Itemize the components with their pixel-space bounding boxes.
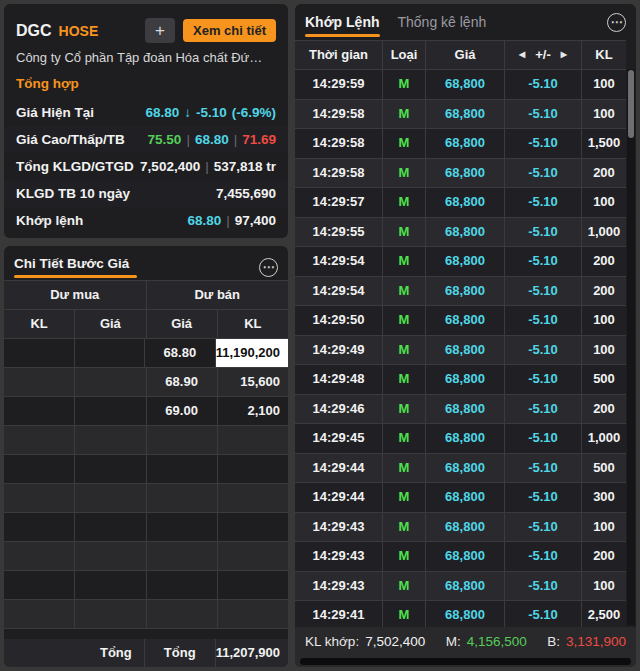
sell-price-cell[interactable] bbox=[147, 484, 217, 512]
stock-symbol: DGC bbox=[16, 22, 52, 40]
buy-side-header: Dư mua bbox=[4, 281, 146, 309]
buy-price-cell[interactable] bbox=[75, 542, 145, 570]
sell-volume-cell[interactable] bbox=[218, 455, 288, 483]
trade-change: -5.10 bbox=[505, 572, 581, 601]
vertical-scrollbar[interactable] bbox=[628, 70, 634, 138]
trade-change: -5.10 bbox=[505, 129, 581, 158]
trade-row[interactable]: 14:29:48 M 68,800 -5.10 500 bbox=[295, 365, 626, 395]
sell-price-cell[interactable]: 69.00 bbox=[147, 397, 217, 425]
trade-row[interactable]: 14:29:44 M 68,800 -5.10 500 bbox=[295, 454, 626, 484]
trade-type: M bbox=[383, 188, 425, 217]
sell-volume-cell[interactable]: 11,190,200 bbox=[216, 339, 288, 367]
trade-row[interactable]: 14:29:45 M 68,800 -5.10 1,000 bbox=[295, 424, 626, 454]
trade-row[interactable]: 14:29:43 M 68,800 -5.10 200 bbox=[295, 542, 626, 572]
trade-type: M bbox=[383, 336, 425, 365]
trade-row[interactable]: 14:29:49 M 68,800 -5.10 100 bbox=[295, 336, 626, 366]
trade-time: 14:29:48 bbox=[295, 365, 382, 394]
sell-volume-cell[interactable] bbox=[218, 542, 288, 570]
trade-change: -5.10 bbox=[505, 70, 581, 99]
plus-icon: + bbox=[155, 21, 165, 40]
sell-price-cell[interactable]: 68.80 bbox=[145, 339, 215, 367]
buy-volume-cell[interactable] bbox=[4, 368, 74, 396]
trade-row[interactable]: 14:29:58 M 68,800 -5.10 1,500 bbox=[295, 129, 626, 159]
trade-row[interactable]: 14:29:58 M 68,800 -5.10 200 bbox=[295, 159, 626, 189]
buy-price-cell[interactable] bbox=[75, 484, 145, 512]
trade-row[interactable]: 14:29:54 M 68,800 -5.10 200 bbox=[295, 247, 626, 277]
buy-price-cell[interactable] bbox=[75, 571, 145, 599]
right-column: Khớp Lệnh Thống kê lệnh ⋯ Thời gian Loại… bbox=[295, 4, 636, 667]
trade-change: -5.10 bbox=[505, 306, 581, 335]
ellipsis-menu-icon[interactable]: ⋯ bbox=[607, 13, 626, 32]
buy-volume-cell[interactable] bbox=[4, 455, 74, 483]
row-label: Khớp lệnh bbox=[16, 213, 83, 228]
buy-gia-header: Giá bbox=[75, 310, 145, 338]
trade-row[interactable]: 14:29:54 M 68,800 -5.10 200 bbox=[295, 277, 626, 307]
tab-order-statistics[interactable]: Thống kê lệnh bbox=[398, 4, 487, 40]
trade-row[interactable]: 14:29:58 M 68,800 -5.10 100 bbox=[295, 100, 626, 130]
sell-price-cell[interactable]: 68.90 bbox=[147, 368, 217, 396]
sell-volume-cell[interactable]: 2,100 bbox=[218, 397, 288, 425]
tab-matched-orders[interactable]: Khớp Lệnh bbox=[305, 4, 380, 40]
arrow-right-icon[interactable]: ▶ bbox=[561, 41, 567, 69]
trade-row[interactable]: 14:29:44 M 68,800 -5.10 300 bbox=[295, 483, 626, 513]
trade-row[interactable]: 14:29:43 M 68,800 -5.10 100 bbox=[295, 572, 626, 602]
buy-price-cell[interactable] bbox=[75, 600, 145, 628]
trade-type: M bbox=[383, 542, 425, 571]
buy-volume-cell[interactable] bbox=[4, 571, 74, 599]
buy-volume-cell[interactable] bbox=[4, 339, 74, 367]
buy-price-cell[interactable] bbox=[75, 339, 145, 367]
buy-volume-cell[interactable] bbox=[4, 426, 74, 454]
depth-rows: 68.80 11,190,200 68.90 15,600 69.00 bbox=[4, 339, 288, 639]
sell-volume-cell[interactable] bbox=[218, 484, 288, 512]
add-to-watchlist-button[interactable]: + bbox=[145, 18, 175, 43]
sell-price-cell[interactable] bbox=[147, 542, 217, 570]
buy-volume-cell[interactable] bbox=[4, 397, 74, 425]
horizontal-scrollbar[interactable] bbox=[300, 658, 631, 665]
row-label: Tổng KLGD/GTGD bbox=[16, 159, 134, 174]
sell-price-cell[interactable] bbox=[147, 426, 217, 454]
trade-row[interactable]: 14:29:50 M 68,800 -5.10 100 bbox=[295, 306, 626, 336]
trade-volume: 500 bbox=[582, 454, 626, 483]
trade-volume: 100 bbox=[582, 100, 626, 129]
ellipsis-menu-icon[interactable]: ⋯ bbox=[259, 258, 278, 277]
trade-row[interactable]: 14:29:59 M 68,800 -5.10 100 bbox=[295, 70, 626, 100]
trade-row[interactable]: 14:29:41 M 68,800 -5.10 2,500 bbox=[295, 601, 626, 627]
sell-volume-cell[interactable] bbox=[218, 600, 288, 628]
buy-price-cell[interactable] bbox=[75, 368, 145, 396]
buy-volume-cell[interactable] bbox=[4, 542, 74, 570]
sell-volume-cell[interactable] bbox=[218, 513, 288, 541]
buy-volume-cell[interactable] bbox=[4, 600, 74, 628]
buy-volume-cell[interactable] bbox=[4, 484, 74, 512]
buy-price-cell[interactable] bbox=[75, 455, 145, 483]
sell-volume-cell[interactable] bbox=[218, 571, 288, 599]
sell-price-cell[interactable] bbox=[147, 600, 217, 628]
trade-row[interactable]: 14:29:55 M 68,800 -5.10 1,000 bbox=[295, 218, 626, 248]
buy-volume-cell[interactable] bbox=[4, 513, 74, 541]
trades-header-row: Thời gian Loại Giá ◀ +/- ▶ KL khớp bbox=[295, 40, 626, 70]
buy-price-cell[interactable] bbox=[75, 397, 145, 425]
matched-total-value: 7,502,400 bbox=[365, 634, 425, 649]
trade-volume: 200 bbox=[582, 277, 626, 306]
sell-price-cell[interactable] bbox=[147, 513, 217, 541]
summary-row-current-price: Giá Hiện Tại 68.80 ↓ -5.10 (-6.9%) bbox=[4, 99, 288, 126]
separator: | bbox=[234, 132, 238, 147]
trade-row[interactable]: 14:29:43 M 68,800 -5.10 100 bbox=[295, 513, 626, 543]
trade-row[interactable]: 14:29:57 M 68,800 -5.10 100 bbox=[295, 188, 626, 218]
arrow-left-icon[interactable]: ◀ bbox=[519, 41, 525, 69]
sell-price-cell[interactable] bbox=[147, 571, 217, 599]
price-change-percent: (-6.9%) bbox=[232, 105, 276, 120]
depth-row: 68.80 11,190,200 bbox=[4, 339, 288, 368]
summary-row-avg-volume: KLGD TB 10 ngày 7,455,690 bbox=[4, 180, 288, 207]
tab-overview[interactable]: Tổng hợp bbox=[4, 67, 288, 99]
sell-volume-cell[interactable] bbox=[218, 426, 288, 454]
price-change: -5.10 bbox=[196, 105, 227, 120]
buy-price-cell[interactable] bbox=[75, 513, 145, 541]
buy-volume-label: M: bbox=[446, 634, 461, 649]
trade-row[interactable]: 14:29:46 M 68,800 -5.10 200 bbox=[295, 395, 626, 425]
view-details-button[interactable]: Xem chi tiết bbox=[183, 19, 276, 42]
sell-volume-cell[interactable]: 15,600 bbox=[218, 368, 288, 396]
trade-type: M bbox=[383, 454, 425, 483]
buy-price-cell[interactable] bbox=[75, 426, 145, 454]
trade-type: M bbox=[383, 247, 425, 276]
sell-price-cell[interactable] bbox=[147, 455, 217, 483]
